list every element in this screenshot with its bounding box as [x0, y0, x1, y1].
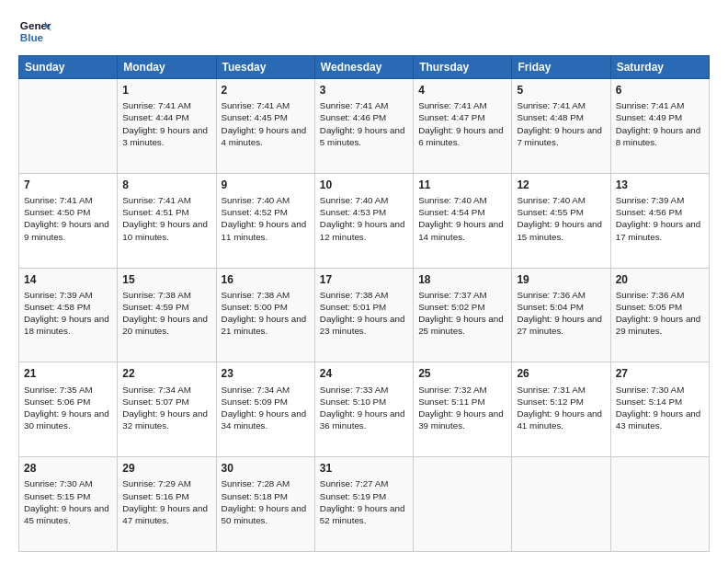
cell-info: Sunrise: 7:40 AM Sunset: 4:53 PM Dayligh… — [320, 194, 408, 243]
logo: General Blue — [18, 15, 51, 48]
calendar-cell: 16Sunrise: 7:38 AM Sunset: 5:00 PM Dayli… — [216, 268, 314, 362]
cell-date: 2 — [222, 83, 310, 98]
cell-info: Sunrise: 7:36 AM Sunset: 5:05 PM Dayligh… — [616, 289, 704, 338]
cell-info: Sunrise: 7:41 AM Sunset: 4:51 PM Dayligh… — [122, 194, 210, 243]
cell-date: 20 — [616, 272, 704, 287]
cell-info: Sunrise: 7:33 AM Sunset: 5:10 PM Dayligh… — [320, 384, 408, 432]
calendar-cell: 9Sunrise: 7:40 AM Sunset: 4:52 PM Daylig… — [216, 173, 314, 268]
calendar-cell: 25Sunrise: 7:32 AM Sunset: 5:11 PM Dayli… — [414, 362, 512, 457]
cell-info: Sunrise: 7:41 AM Sunset: 4:47 PM Dayligh… — [418, 99, 506, 148]
cell-info: Sunrise: 7:28 AM Sunset: 5:18 PM Dayligh… — [222, 477, 310, 526]
cell-date: 6 — [616, 83, 704, 98]
calendar-week-0: 1Sunrise: 7:41 AM Sunset: 4:44 PM Daylig… — [19, 79, 710, 174]
cell-date: 30 — [222, 461, 310, 476]
calendar-cell: 8Sunrise: 7:41 AM Sunset: 4:51 PM Daylig… — [118, 173, 216, 268]
calendar-cell: 14Sunrise: 7:39 AM Sunset: 4:58 PM Dayli… — [19, 268, 118, 362]
cell-date: 12 — [517, 178, 605, 192]
cell-info: Sunrise: 7:40 AM Sunset: 4:55 PM Dayligh… — [517, 194, 605, 243]
cell-info: Sunrise: 7:41 AM Sunset: 4:48 PM Dayligh… — [517, 99, 605, 148]
cell-date: 25 — [418, 366, 506, 381]
cell-date: 7 — [24, 178, 112, 192]
cell-info: Sunrise: 7:41 AM Sunset: 4:44 PM Dayligh… — [122, 99, 210, 148]
cell-date: 10 — [320, 178, 408, 192]
cell-date: 31 — [320, 461, 408, 476]
calendar-cell: 21Sunrise: 7:35 AM Sunset: 5:06 PM Dayli… — [19, 362, 118, 457]
calendar-cell: 3Sunrise: 7:41 AM Sunset: 4:46 PM Daylig… — [314, 79, 413, 174]
cell-date: 16 — [222, 272, 310, 287]
cell-info: Sunrise: 7:31 AM Sunset: 5:12 PM Dayligh… — [517, 384, 605, 432]
calendar-cell: 27Sunrise: 7:30 AM Sunset: 5:14 PM Dayli… — [610, 362, 709, 457]
calendar-cell: 7Sunrise: 7:41 AM Sunset: 4:50 PM Daylig… — [19, 173, 118, 268]
calendar-cell: 24Sunrise: 7:33 AM Sunset: 5:10 PM Dayli… — [314, 362, 413, 457]
cell-date: 11 — [418, 178, 506, 192]
col-header-wednesday: Wednesday — [314, 56, 413, 79]
calendar-cell — [512, 457, 610, 552]
cell-date: 27 — [616, 366, 704, 381]
col-header-sunday: Sunday — [19, 56, 118, 79]
logo-icon: General Blue — [18, 15, 51, 48]
cell-date: 8 — [122, 178, 210, 192]
cell-info: Sunrise: 7:30 AM Sunset: 5:15 PM Dayligh… — [24, 477, 112, 526]
calendar-cell: 26Sunrise: 7:31 AM Sunset: 5:12 PM Dayli… — [512, 362, 610, 457]
cell-info: Sunrise: 7:40 AM Sunset: 4:54 PM Dayligh… — [418, 194, 506, 243]
calendar-cell: 23Sunrise: 7:34 AM Sunset: 5:09 PM Dayli… — [216, 362, 314, 457]
cell-info: Sunrise: 7:29 AM Sunset: 5:16 PM Dayligh… — [122, 477, 210, 526]
cell-info: Sunrise: 7:32 AM Sunset: 5:11 PM Dayligh… — [418, 384, 506, 432]
cell-date: 17 — [320, 272, 408, 287]
calendar-cell: 10Sunrise: 7:40 AM Sunset: 4:53 PM Dayli… — [314, 173, 413, 268]
cell-info: Sunrise: 7:41 AM Sunset: 4:49 PM Dayligh… — [616, 99, 704, 148]
calendar-week-4: 28Sunrise: 7:30 AM Sunset: 5:15 PM Dayli… — [19, 457, 710, 552]
calendar-week-3: 21Sunrise: 7:35 AM Sunset: 5:06 PM Dayli… — [19, 362, 710, 457]
cell-info: Sunrise: 7:30 AM Sunset: 5:14 PM Dayligh… — [616, 384, 704, 432]
calendar-cell: 29Sunrise: 7:29 AM Sunset: 5:16 PM Dayli… — [118, 457, 216, 552]
calendar-cell: 12Sunrise: 7:40 AM Sunset: 4:55 PM Dayli… — [512, 173, 610, 268]
cell-date: 3 — [320, 83, 408, 98]
calendar-cell — [19, 79, 118, 174]
calendar-cell: 13Sunrise: 7:39 AM Sunset: 4:56 PM Dayli… — [610, 173, 709, 268]
cell-info: Sunrise: 7:34 AM Sunset: 5:07 PM Dayligh… — [122, 384, 210, 432]
calendar-cell: 6Sunrise: 7:41 AM Sunset: 4:49 PM Daylig… — [610, 79, 709, 174]
calendar-cell: 19Sunrise: 7:36 AM Sunset: 5:04 PM Dayli… — [512, 268, 610, 362]
calendar-cell: 5Sunrise: 7:41 AM Sunset: 4:48 PM Daylig… — [512, 79, 610, 174]
cell-date: 1 — [122, 83, 210, 98]
calendar-cell: 20Sunrise: 7:36 AM Sunset: 5:05 PM Dayli… — [610, 268, 709, 362]
calendar-cell — [610, 457, 709, 552]
cell-info: Sunrise: 7:38 AM Sunset: 5:01 PM Dayligh… — [320, 289, 408, 338]
calendar-week-1: 7Sunrise: 7:41 AM Sunset: 4:50 PM Daylig… — [19, 173, 710, 268]
cell-date: 26 — [517, 366, 605, 381]
cell-date: 9 — [222, 178, 310, 192]
cell-date: 24 — [320, 366, 408, 381]
cell-info: Sunrise: 7:27 AM Sunset: 5:19 PM Dayligh… — [320, 477, 408, 526]
cell-info: Sunrise: 7:34 AM Sunset: 5:09 PM Dayligh… — [222, 384, 310, 432]
cell-date: 15 — [122, 272, 210, 287]
calendar-table: SundayMondayTuesdayWednesdayThursdayFrid… — [18, 55, 710, 552]
calendar-week-2: 14Sunrise: 7:39 AM Sunset: 4:58 PM Dayli… — [19, 268, 710, 362]
cell-info: Sunrise: 7:38 AM Sunset: 4:59 PM Dayligh… — [122, 289, 210, 338]
cell-info: Sunrise: 7:41 AM Sunset: 4:46 PM Dayligh… — [320, 99, 408, 148]
calendar-cell: 4Sunrise: 7:41 AM Sunset: 4:47 PM Daylig… — [414, 79, 512, 174]
calendar-cell: 17Sunrise: 7:38 AM Sunset: 5:01 PM Dayli… — [314, 268, 413, 362]
cell-info: Sunrise: 7:41 AM Sunset: 4:50 PM Dayligh… — [24, 194, 112, 243]
cell-date: 5 — [517, 83, 605, 98]
cell-info: Sunrise: 7:41 AM Sunset: 4:45 PM Dayligh… — [222, 99, 310, 148]
cell-info: Sunrise: 7:38 AM Sunset: 5:00 PM Dayligh… — [222, 289, 310, 338]
cell-info: Sunrise: 7:39 AM Sunset: 4:56 PM Dayligh… — [616, 194, 704, 243]
page: General Blue SundayMondayTuesdayWednesda… — [0, 0, 728, 563]
calendar-header-row: SundayMondayTuesdayWednesdayThursdayFrid… — [19, 56, 710, 79]
cell-date: 18 — [418, 272, 506, 287]
cell-date: 22 — [122, 366, 210, 381]
cell-date: 19 — [517, 272, 605, 287]
calendar-cell: 31Sunrise: 7:27 AM Sunset: 5:19 PM Dayli… — [314, 457, 413, 552]
cell-date: 4 — [418, 83, 506, 98]
calendar-cell: 1Sunrise: 7:41 AM Sunset: 4:44 PM Daylig… — [118, 79, 216, 174]
cell-date: 13 — [616, 178, 704, 192]
calendar-cell: 28Sunrise: 7:30 AM Sunset: 5:15 PM Dayli… — [19, 457, 118, 552]
col-header-thursday: Thursday — [414, 56, 512, 79]
cell-date: 14 — [24, 272, 112, 287]
cell-date: 29 — [122, 461, 210, 476]
cell-info: Sunrise: 7:36 AM Sunset: 5:04 PM Dayligh… — [517, 289, 605, 338]
calendar-cell: 15Sunrise: 7:38 AM Sunset: 4:59 PM Dayli… — [118, 268, 216, 362]
cell-date: 23 — [222, 366, 310, 381]
col-header-tuesday: Tuesday — [216, 56, 314, 79]
calendar-cell: 18Sunrise: 7:37 AM Sunset: 5:02 PM Dayli… — [414, 268, 512, 362]
